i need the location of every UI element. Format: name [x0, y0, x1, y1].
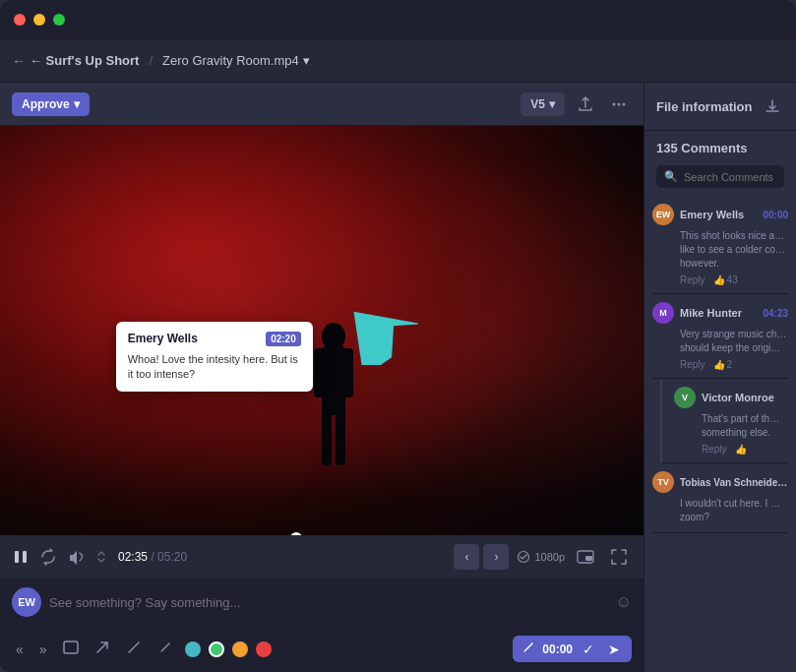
play-pause-button[interactable]: [12, 548, 30, 566]
quality-button[interactable]: 1080p: [517, 550, 565, 564]
main-area: Approve ▾ V5 ▾: [0, 83, 796, 672]
quality-label: 1080p: [534, 551, 565, 563]
comment-actions: Reply 👍: [674, 444, 788, 455]
commenter-avatar: TV: [652, 471, 674, 493]
pip-button[interactable]: [573, 546, 598, 568]
comment-text: That's part of th… something else.: [674, 412, 788, 440]
version-button[interactable]: V5 ▾: [520, 92, 565, 116]
avatar-initials: EW: [656, 210, 671, 219]
title-bar: [0, 0, 796, 39]
next-frame-button[interactable]: ›: [483, 544, 509, 570]
comment-popup-header: Emery Wells 02:20: [128, 332, 301, 346]
commenter-name: Victor Monroe: [702, 392, 788, 403]
commenter-name: Emery Wells: [680, 209, 757, 220]
rectangle-tool-button[interactable]: [59, 637, 83, 661]
svg-rect-10: [15, 551, 19, 563]
draw-pencil-active-button[interactable]: [520, 640, 536, 658]
svg-marker-9: [335, 283, 418, 365]
prev-frame-button[interactable]: ‹: [454, 544, 479, 570]
submit-group: 00:00 ✓ ➤: [513, 636, 632, 662]
breadcrumb-separator: /: [149, 53, 153, 68]
svg-point-0: [613, 102, 616, 105]
svg-rect-8: [336, 411, 345, 465]
comment-timestamp: 00:00: [763, 210, 788, 220]
reply-button[interactable]: Reply: [680, 275, 705, 285]
comments-count: 135 Comments: [656, 141, 747, 155]
approve-label: Approve: [22, 97, 70, 111]
drawing-toolbar: « »: [0, 625, 643, 672]
arrow-tool-button[interactable]: [91, 636, 114, 662]
video-panel: Approve ▾ V5 ▾: [0, 83, 643, 672]
like-count: 👍: [735, 444, 747, 455]
breadcrumb-project[interactable]: ← Surf's Up Short: [30, 53, 139, 68]
like-count: 👍 2: [713, 359, 733, 370]
comment-item: TV Tobias Van Schneide… I wouldn't cut h…: [652, 463, 788, 533]
comment-meta: V Victor Monroe: [674, 387, 788, 408]
loop-button[interactable]: [39, 548, 57, 566]
prev-annotation-button[interactable]: «: [12, 638, 28, 661]
app-container: ← ← Surf's Up Short / Zero Gravity Room.…: [0, 39, 796, 672]
comment-popup: Emery Wells 02:20 Whoa! Love the intesit…: [116, 322, 313, 393]
volume-button[interactable]: [67, 548, 85, 566]
svg-rect-14: [585, 556, 592, 561]
pencil-tool-button[interactable]: [153, 636, 177, 662]
comment-item: EW Emery Wells 00:00 This shot looks nic…: [652, 196, 788, 294]
comment-meta: M Mike Hunter 04:23: [652, 302, 788, 324]
avatar-initials: TV: [657, 477, 669, 487]
svg-rect-11: [23, 551, 27, 563]
share-button[interactable]: [573, 92, 598, 117]
close-traffic-light[interactable]: [14, 14, 26, 26]
comment-text: Very strange music ch… should keep the o…: [652, 328, 788, 355]
commenter-avatar: M: [652, 302, 674, 324]
minimize-traffic-light[interactable]: [33, 14, 45, 26]
arrow-pointer: [335, 281, 418, 369]
file-info-header: File information: [644, 83, 796, 131]
current-time: 02:35: [118, 550, 148, 564]
search-comments-bar[interactable]: 🔍: [656, 165, 784, 188]
color-cyan-button[interactable]: [185, 641, 201, 657]
comment-item-reply: V Victor Monroe That's part of th… somet…: [660, 379, 788, 463]
maximize-traffic-light[interactable]: [53, 14, 65, 26]
comment-text: I wouldn't cut here. I … zoom?: [652, 497, 788, 524]
send-button[interactable]: ➤: [604, 641, 624, 657]
comment-timestamp: 04:23: [763, 308, 788, 319]
comment-popup-author: Emery Wells: [128, 332, 198, 345]
total-time: 05:20: [157, 550, 187, 564]
fullscreen-button[interactable]: [606, 544, 632, 570]
next-annotation-button[interactable]: »: [35, 638, 51, 661]
back-button[interactable]: ← ← Surf's Up Short: [12, 53, 139, 69]
download-button[interactable]: [761, 94, 784, 118]
color-orange-button[interactable]: [232, 641, 248, 657]
color-red-button[interactable]: [256, 641, 272, 657]
search-comments-input[interactable]: [684, 171, 776, 183]
right-panel: File information 135 Comments 🔍: [643, 83, 796, 672]
line-tool-button[interactable]: [122, 636, 146, 662]
svg-rect-5: [314, 348, 324, 397]
comment-input-area: EW ☺: [0, 579, 643, 625]
reply-button[interactable]: Reply: [702, 444, 727, 455]
avatar-initials: V: [682, 393, 688, 402]
back-arrow-icon: ←: [12, 53, 26, 69]
comment-popup-text: Whoa! Love the intesity here. But is it …: [128, 352, 301, 383]
more-options-button[interactable]: [606, 92, 632, 117]
time-display: 02:35 / 05:20: [118, 550, 187, 564]
top-bar: ← ← Surf's Up Short / Zero Gravity Room.…: [0, 39, 796, 83]
reply-button[interactable]: Reply: [680, 359, 705, 370]
color-green-button[interactable]: [209, 641, 224, 657]
commenter-name: Tobias Van Schneide…: [680, 477, 788, 488]
emoji-button[interactable]: ☺: [616, 593, 632, 611]
comments-header: 135 Comments: [644, 131, 796, 165]
video-frame: Emery Wells 02:20 Whoa! Love the intesit…: [0, 126, 643, 535]
comment-popup-timestamp: 02:20: [266, 332, 301, 346]
svg-point-2: [623, 102, 626, 105]
video-container[interactable]: Emery Wells 02:20 Whoa! Love the intesit…: [0, 126, 643, 535]
approve-button[interactable]: Approve ▾: [12, 92, 90, 116]
chevron-down-icon: ▾: [303, 53, 310, 68]
file-name-label[interactable]: Zero Gravity Room.mp4 ▾: [162, 53, 310, 68]
check-button[interactable]: ✓: [579, 641, 598, 657]
comment-input[interactable]: [49, 595, 608, 610]
commenter-avatar: V: [674, 387, 696, 408]
comment-meta: EW Emery Wells 00:00: [652, 204, 788, 225]
playback-controls: 02:35 / 05:20 ‹ › 1080p: [0, 535, 643, 579]
commenter-name: Mike Hunter: [680, 307, 757, 319]
